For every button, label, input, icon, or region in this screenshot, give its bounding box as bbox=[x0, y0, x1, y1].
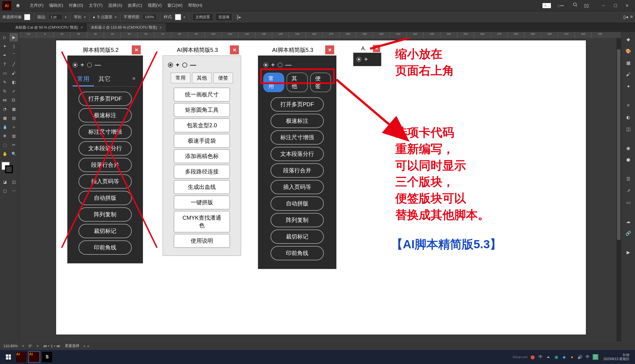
script-button[interactable]: 印前角线 bbox=[78, 240, 132, 255]
script-button[interactable]: 自动拼版 bbox=[271, 196, 324, 211]
tab-common[interactable]: 常用 bbox=[171, 73, 190, 83]
rotate-tool[interactable]: ↻ bbox=[1, 87, 9, 95]
script-button[interactable]: 包装盒型2.0 bbox=[174, 119, 230, 132]
tray-ime-icon[interactable]: 中 bbox=[538, 354, 543, 360]
draw-mode[interactable]: ◫ bbox=[10, 178, 18, 186]
zoom-out-button[interactable]: — bbox=[190, 61, 196, 69]
radio-selected-icon[interactable] bbox=[263, 62, 268, 68]
gradient-tool[interactable]: ▤ bbox=[10, 114, 18, 122]
script-button[interactable]: 标注尺寸增强 bbox=[78, 125, 132, 139]
home-icon[interactable] bbox=[13, 1, 22, 10]
script-button[interactable]: 统一画板尺寸 bbox=[174, 88, 230, 101]
script-button[interactable]: 文本段落分行 bbox=[271, 147, 324, 161]
menu-object[interactable]: 对象(O) bbox=[66, 3, 86, 8]
zoom-out-button[interactable]: — bbox=[95, 61, 101, 69]
zoom-tool[interactable]: 🔍 bbox=[10, 150, 18, 158]
fill-swatch[interactable] bbox=[24, 14, 30, 20]
width-tool[interactable]: ⋈ bbox=[1, 96, 9, 104]
taskbar-app-ai[interactable]: Ai bbox=[15, 351, 27, 363]
scale-tool[interactable]: ⤢ bbox=[10, 87, 18, 95]
color-mode[interactable]: ◪ bbox=[1, 178, 9, 186]
align-icon[interactable]: ╟▸ bbox=[236, 15, 241, 19]
tray-icon[interactable]: ◆ bbox=[561, 354, 567, 360]
close-button[interactable]: ✕ bbox=[622, 1, 633, 10]
script-button[interactable]: 段落行合并 bbox=[78, 158, 132, 172]
radio-selected-icon[interactable] bbox=[73, 62, 78, 68]
tab-other[interactable]: 其他 bbox=[192, 73, 212, 83]
vertical-scrollbar[interactable] bbox=[616, 38, 621, 342]
magic-wand-tool[interactable]: ✦ bbox=[1, 42, 9, 50]
uniform-label[interactable]: 等比 bbox=[74, 15, 82, 20]
script-button[interactable]: 插入页码等 bbox=[271, 180, 324, 194]
panel-collapse-icon[interactable]: ▯◂ bbox=[623, 14, 628, 20]
swatches-panel-icon[interactable]: ▦ bbox=[623, 58, 633, 68]
document-setup-button[interactable]: 文档设置 bbox=[192, 13, 213, 21]
script-button[interactable]: 文本段落分行 bbox=[78, 141, 132, 156]
canvas[interactable]: 脚本精简版5.2 ✕ + — 常用 其它 » 打开多页PDF 极速标注 标注尺寸… bbox=[20, 38, 621, 342]
screen-mode[interactable]: ▢ bbox=[1, 187, 9, 195]
menu-select[interactable]: 选择(S) bbox=[105, 3, 125, 8]
script-button[interactable]: 多段路径连接 bbox=[174, 165, 230, 178]
slice-tool[interactable]: ✂ bbox=[10, 141, 18, 149]
curvature-tool[interactable]: ⌒ bbox=[10, 51, 18, 59]
menu-window[interactable]: 窗口(W) bbox=[165, 3, 185, 8]
line-tool[interactable]: ╱ bbox=[10, 60, 18, 68]
type-tool[interactable]: T bbox=[1, 60, 9, 68]
script-button[interactable]: 自动拼版 bbox=[78, 191, 132, 205]
script-button[interactable]: 阵列复制 bbox=[78, 207, 132, 222]
artboard-nav[interactable]: ⏮ ◂ 1 ▸ ⏭ bbox=[43, 344, 61, 348]
tray-icon[interactable]: ● bbox=[569, 354, 575, 360]
opacity-input[interactable] bbox=[143, 14, 157, 20]
script-button[interactable]: 插入页码等 bbox=[78, 174, 132, 189]
free-transform-tool[interactable]: ⛋ bbox=[10, 96, 18, 104]
eyedropper-tool[interactable]: 💧 bbox=[1, 123, 9, 131]
script-button[interactable]: 极速手提袋 bbox=[174, 134, 230, 148]
preferences-button[interactable]: 首选项 bbox=[215, 13, 232, 21]
artboard-tool[interactable]: ⬚ bbox=[1, 141, 9, 149]
script-button[interactable]: 段落行合并 bbox=[271, 163, 324, 178]
zoom-in-button[interactable]: + bbox=[80, 61, 84, 69]
hand-tool[interactable]: ✋ bbox=[1, 150, 9, 158]
zoom-in-button[interactable]: + bbox=[176, 61, 179, 69]
document-tab[interactable]: 未标题-2 @ 110.65 % (CMYK/CPU 预览)✕ bbox=[87, 23, 166, 32]
script-button[interactable]: 裁切标记 bbox=[78, 224, 132, 238]
tray-icon[interactable]: 五 bbox=[593, 354, 598, 360]
style-swatch[interactable] bbox=[175, 14, 181, 20]
script-button[interactable]: 矩形圆角工具 bbox=[174, 103, 230, 117]
color-panel-icon[interactable]: 🎨 bbox=[623, 46, 633, 56]
maximize-button[interactable]: ☐ bbox=[610, 1, 621, 10]
tab-common[interactable]: 常用 bbox=[73, 73, 94, 86]
tray-icon[interactable]: ⬤ bbox=[530, 354, 535, 360]
zoom-in-button[interactable]: + bbox=[271, 61, 275, 69]
script-button[interactable]: 印前角线 bbox=[271, 246, 324, 260]
graphic-styles-panel-icon[interactable]: ⬢ bbox=[623, 155, 633, 165]
minimize-button[interactable]: ─ bbox=[598, 1, 609, 10]
stroke-weight-input[interactable] bbox=[49, 14, 63, 20]
selection-tool[interactable]: ▷ bbox=[1, 33, 9, 41]
script-button[interactable]: 极速标注 bbox=[271, 114, 324, 128]
gradient-panel-icon[interactable]: ◐ bbox=[623, 112, 633, 122]
pen-tool[interactable]: ✒ bbox=[1, 51, 9, 59]
asset-export-panel-icon[interactable]: ↗ bbox=[623, 186, 633, 196]
radio-unselected-icon[interactable] bbox=[182, 62, 187, 68]
symbol-sprayer-tool[interactable]: ✼ bbox=[1, 132, 9, 140]
chevron-right-icon[interactable]: » bbox=[130, 73, 138, 86]
shape-builder-tool[interactable]: ◔ bbox=[1, 105, 9, 113]
script-button[interactable]: 生成出血线 bbox=[174, 180, 230, 194]
zoom-level[interactable]: 110.65% bbox=[3, 344, 18, 348]
radio-unselected-icon[interactable] bbox=[278, 62, 283, 68]
tab-other[interactable]: 其它 bbox=[94, 73, 115, 86]
radio-selected-icon[interactable] bbox=[168, 62, 173, 68]
artboards-panel-icon[interactable]: ▭ bbox=[623, 197, 633, 207]
radio-unselected-icon[interactable] bbox=[87, 62, 92, 68]
script-button[interactable]: 阵列复制 bbox=[271, 213, 324, 227]
menu-help[interactable]: 帮助(H) bbox=[185, 3, 205, 8]
libraries-panel-icon[interactable]: ☁ bbox=[623, 216, 633, 226]
taskbar-app-ai-active[interactable]: Ai bbox=[28, 351, 40, 363]
tab-notes[interactable]: 便签 bbox=[213, 73, 233, 83]
tray-volume-icon[interactable]: 🔊 bbox=[577, 354, 583, 360]
start-button[interactable] bbox=[2, 351, 15, 363]
panel-close-button[interactable]: ✕ bbox=[325, 45, 334, 54]
close-icon[interactable]: ✕ bbox=[159, 26, 162, 29]
menu-edit[interactable]: 编辑(E) bbox=[46, 3, 66, 8]
